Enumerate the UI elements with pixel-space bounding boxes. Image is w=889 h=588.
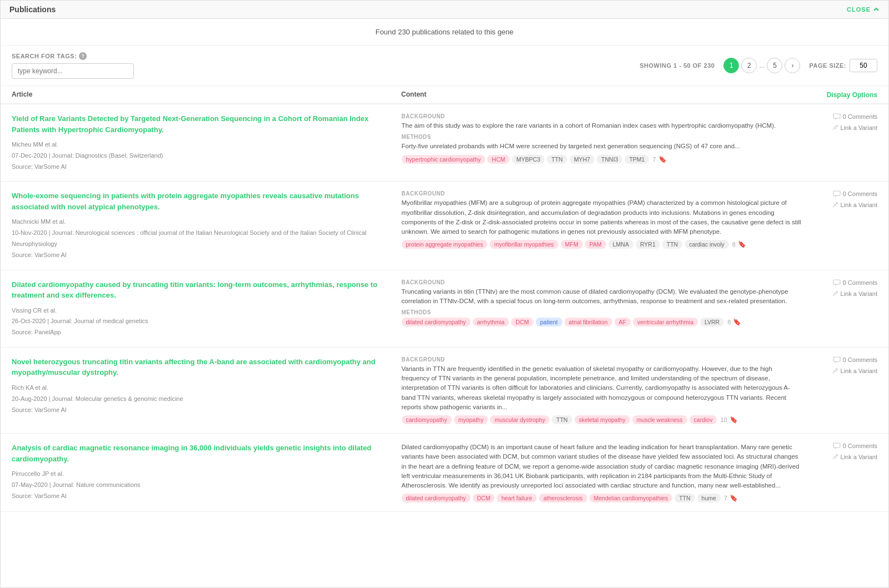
table-row: Yield of Rare Variants Detected by Targe… [1,104,888,182]
article-title-2[interactable]: Dilated cardiomyopathy caused by truncat… [12,279,393,301]
search-input[interactable] [12,63,134,79]
publications-panel: Publications CLOSE Found 230 publication… [0,0,889,588]
bookmark-icon-0: 🔖 [658,155,667,163]
article-actions-1: 0 Comments Link a Variant [811,190,877,260]
tag-3-6[interactable]: cardiov [690,415,717,424]
col-content-header: Content [401,91,800,99]
tag-3-4[interactable]: skeletal myopathy [575,415,630,424]
page-size-input[interactable] [850,59,877,72]
search-tags-label: SEARCH FOR TAGS: ? [12,52,134,60]
page-dots: ... [759,62,765,69]
comments-button-2[interactable]: 0 Comments [833,279,877,286]
tag-1-6[interactable]: TTN [662,240,682,249]
table-row: Analysis of cardiac magnetic resonance i… [1,434,888,512]
display-options-button[interactable]: Display Options [827,91,877,99]
tag-2-6[interactable]: ventricular arrhythmia [633,318,698,326]
background-text-2: Truncating variants in titin (TTNtv) are… [402,287,802,306]
col-article-header: Article [12,91,401,99]
tag-3-3[interactable]: TTN [552,415,572,424]
tag-3-5[interactable]: muscle weakness [632,415,687,424]
bookmark-icon-2: 🔖 [733,318,741,326]
tag-count-4: 7 [724,495,727,501]
link-variant-button-2[interactable]: Link a Variant [832,290,877,297]
article-title-1[interactable]: Whole-exome sequencing in patients with … [12,190,393,212]
next-page-button[interactable]: › [785,58,800,73]
tag-1-3[interactable]: PAM [585,240,606,249]
article-content-1: BACKGROUNDMyofibrillar myopathies (MFM) … [402,190,802,260]
article-left-0: Yield of Rare Variants Detected by Targe… [12,113,393,172]
background-label-0: BACKGROUND [402,113,802,119]
pagination-controls: 1 2 ... 5 › [723,58,800,73]
tag-4-0[interactable]: dilated cardiomyopathy [402,494,471,502]
page-2-button[interactable]: 2 [741,58,757,73]
tag-count-3: 10 [720,416,727,423]
article-meta-4: Pirruccello JP et al.07-May-2020 | Journ… [12,469,393,501]
tag-1-1[interactable]: myofibrillar myopathies [490,240,558,249]
tag-3-2[interactable]: muscular dystrophy [490,415,550,424]
tag-1-7[interactable]: cardiac involy [685,240,729,249]
tag-4-2[interactable]: heart failure [497,494,536,502]
tag-3-0[interactable]: cardiomyopathy [402,415,452,424]
link-variant-button-1[interactable]: Link a Variant [832,202,877,208]
comment-icon [833,279,841,286]
tag-2-2[interactable]: DCM [511,318,533,326]
tags-row-0: hypertrophic cardiomyopathyHCMMYBPC3TTNM… [402,155,802,164]
table-row: Novel heterozygous truncating titin vari… [1,348,888,434]
tags-row-3: cardiomyopathymyopathymuscular dystrophy… [402,415,802,424]
comments-button-4[interactable]: 0 Comments [833,443,877,449]
page-5-button[interactable]: 5 [767,58,782,73]
link-variant-button-4[interactable]: Link a Variant [832,454,877,460]
tag-0-4[interactable]: MYH7 [570,155,595,164]
link-icon [832,368,838,374]
link-icon [832,290,838,297]
tag-1-5[interactable]: RYR1 [636,240,660,249]
tag-2-3[interactable]: patient [536,318,562,326]
tag-4-5[interactable]: TTN [675,494,695,502]
article-title-4[interactable]: Analysis of cardiac magnetic resonance i… [12,443,393,464]
link-variant-button-3[interactable]: Link a Variant [832,368,877,374]
tag-1-4[interactable]: LMNA [608,240,633,249]
tag-count-2: 8 [727,319,731,325]
tag-0-5[interactable]: TNNI3 [597,155,622,164]
article-left-3: Novel heterozygous truncating titin vari… [12,356,393,424]
article-title-0[interactable]: Yield of Rare Variants Detected by Targe… [12,113,393,135]
tag-2-4[interactable]: atrial fibrillation [565,318,612,326]
tag-4-4[interactable]: Mendelian cardiomyopathies [590,494,673,502]
article-left-4: Analysis of cardiac magnetic resonance i… [12,443,393,502]
comments-button-0[interactable]: 0 Comments [833,113,877,120]
tag-1-2[interactable]: MFM [561,240,583,249]
col-options-header: Display Options [800,91,877,99]
article-left-1: Whole-exome sequencing in patients with … [12,190,393,260]
article-left-2: Dilated cardiomyopathy caused by truncat… [12,279,393,338]
table-header: Article Content Display Options [1,86,888,104]
tag-3-1[interactable]: myopathy [454,415,488,424]
link-variant-button-0[interactable]: Link a Variant [832,124,877,131]
comments-button-3[interactable]: 0 Comments [833,356,877,363]
article-actions-2: 0 Comments Link a Variant [811,279,877,338]
tag-0-6[interactable]: TPM1 [625,155,649,164]
link-icon [832,124,838,131]
tag-0-2[interactable]: MYBPC3 [512,155,545,164]
tag-4-3[interactable]: atherosclerosis [539,494,587,502]
background-text-4: Dilated cardiomyopathy (DCM) is an impor… [402,443,802,490]
tag-4-6[interactable]: hume [697,494,721,502]
help-icon[interactable]: ? [79,52,87,60]
tag-2-7[interactable]: LVRR [700,318,724,326]
background-label-2: BACKGROUND [402,279,802,285]
articles-list: Yield of Rare Variants Detected by Targe… [1,104,888,512]
panel-title: Publications [9,5,56,14]
tag-2-0[interactable]: dilated cardiomyopathy [402,318,471,326]
tag-0-1[interactable]: HCM [487,155,510,164]
tag-1-0[interactable]: protein aggregate myopathies [402,240,488,249]
comments-button-1[interactable]: 0 Comments [833,190,877,197]
tag-0-3[interactable]: TTN [547,155,567,164]
page-1-button[interactable]: 1 [723,58,739,73]
close-button[interactable]: CLOSE [847,6,880,13]
background-label-1: BACKGROUND [402,190,802,197]
tag-0-0[interactable]: hypertrophic cardiomyopathy [402,155,486,164]
tag-2-5[interactable]: AF [615,318,631,326]
tag-4-1[interactable]: DCM [473,494,495,502]
tag-2-1[interactable]: arrhythmia [473,318,510,326]
pagination-right: SHOWING 1 - 50 OF 230 1 2 ... 5 › PAGE S… [640,58,877,73]
article-title-3[interactable]: Novel heterozygous truncating titin vari… [12,356,393,378]
